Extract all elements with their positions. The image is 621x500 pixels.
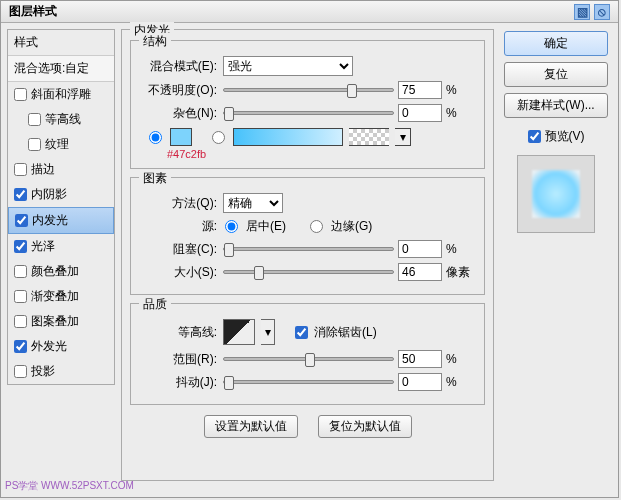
settings-panel: 内发光 结构 混合模式(E): 强光 不透明度(O): 75 % [121,29,494,491]
action-panel: 确定 复位 新建样式(W)... 预览(V) [500,29,612,491]
style-item-2[interactable]: 纹理 [8,132,114,157]
noise-input[interactable]: 0 [398,104,442,122]
style-item-0[interactable]: 斜面和浮雕 [8,82,114,107]
gradient-swatch[interactable] [233,128,343,146]
layer-style-dialog: 图层样式 ▧ ⦸ 样式 混合选项:自定 斜面和浮雕等高线纹理描边内阴影内发光光泽… [0,0,619,498]
style-checkbox[interactable] [14,188,27,201]
jitter-input[interactable]: 0 [398,373,442,391]
style-checkbox[interactable] [14,163,27,176]
style-item-9[interactable]: 图案叠加 [8,309,114,334]
choke-unit: % [446,242,476,256]
style-item-label: 光泽 [31,238,55,255]
choke-label: 阻塞(C): [139,241,217,258]
solid-color-radio[interactable] [149,131,162,144]
contour-dropdown-icon[interactable]: ▾ [261,319,275,345]
color-annotation: #47c2fb [167,148,476,160]
source-edge-radio[interactable] [310,220,323,233]
style-item-label: 外发光 [31,338,67,355]
size-label: 大小(S): [139,264,217,281]
minimize-icon[interactable]: ▧ [574,4,590,20]
style-checkbox[interactable] [14,290,27,303]
style-checkbox[interactable] [14,340,27,353]
style-checkbox[interactable] [14,315,27,328]
range-unit: % [446,352,476,366]
range-slider[interactable] [223,357,394,361]
preview-thumbnail [532,170,580,218]
style-item-3[interactable]: 描边 [8,157,114,182]
technique-select[interactable]: 精确 [223,193,283,213]
style-checkbox[interactable] [14,265,27,278]
reset-default-button[interactable]: 复位为默认值 [318,415,412,438]
styles-panel: 样式 混合选项:自定 斜面和浮雕等高线纹理描边内阴影内发光光泽颜色叠加渐变叠加图… [7,29,115,491]
choke-input[interactable]: 0 [398,240,442,258]
ok-button[interactable]: 确定 [504,31,608,56]
antialias-checkbox[interactable] [295,326,308,339]
color-swatch[interactable] [170,128,192,146]
source-center-radio[interactable] [225,220,238,233]
watermark: PS学堂 WWW.52PSXT.COM [5,479,134,493]
style-checkbox[interactable] [14,240,27,253]
gradient-radio[interactable] [212,131,225,144]
contour-label: 等高线: [139,324,217,341]
style-item-7[interactable]: 颜色叠加 [8,259,114,284]
style-item-1[interactable]: 等高线 [8,107,114,132]
style-checkbox[interactable] [14,88,27,101]
structure-title: 结构 [139,33,171,50]
new-style-button[interactable]: 新建样式(W)... [504,93,608,118]
range-label: 范围(R): [139,351,217,368]
style-item-5[interactable]: 内发光 [8,207,114,234]
source-edge-label: 边缘(G) [331,218,372,235]
preview-checkbox[interactable] [528,130,541,143]
size-input[interactable]: 46 [398,263,442,281]
style-item-label: 图案叠加 [31,313,79,330]
opacity-slider[interactable] [223,88,394,92]
titlebar[interactable]: 图层样式 ▧ ⦸ [1,1,618,23]
size-slider[interactable] [223,270,394,274]
size-unit: 像素 [446,264,476,281]
style-item-label: 斜面和浮雕 [31,86,91,103]
blend-mode-select[interactable]: 强光 [223,56,353,76]
cancel-button[interactable]: 复位 [504,62,608,87]
opacity-input[interactable]: 75 [398,81,442,99]
style-checkbox[interactable] [28,113,41,126]
opacity-unit: % [446,83,476,97]
style-checkbox[interactable] [14,365,27,378]
close-icon[interactable]: ⦸ [594,4,610,20]
style-item-label: 投影 [31,363,55,380]
style-item-11[interactable]: 投影 [8,359,114,384]
style-item-label: 纹理 [45,136,69,153]
contour-swatch[interactable] [223,319,255,345]
style-item-label: 内发光 [32,212,68,229]
noise-slider[interactable] [223,111,394,115]
noise-label: 杂色(N): [139,105,217,122]
noise-unit: % [446,106,476,120]
dialog-title: 图层样式 [9,3,57,20]
elements-title: 图素 [139,170,171,187]
choke-slider[interactable] [223,247,394,251]
style-item-6[interactable]: 光泽 [8,234,114,259]
style-item-label: 等高线 [45,111,81,128]
gradient-checker [349,128,389,146]
blend-mode-label: 混合模式(E): [139,58,217,75]
blending-options-row[interactable]: 混合选项:自定 [8,56,114,82]
jitter-label: 抖动(J): [139,374,217,391]
style-item-10[interactable]: 外发光 [8,334,114,359]
jitter-slider[interactable] [223,380,394,384]
technique-label: 方法(Q): [139,195,217,212]
style-item-label: 颜色叠加 [31,263,79,280]
style-item-label: 渐变叠加 [31,288,79,305]
antialias-label: 消除锯齿(L) [314,324,377,341]
preview-box [517,155,595,233]
source-center-label: 居中(E) [246,218,286,235]
make-default-button[interactable]: 设置为默认值 [204,415,298,438]
style-item-4[interactable]: 内阴影 [8,182,114,207]
source-label: 源: [139,218,217,235]
preview-label: 预览(V) [545,128,585,145]
style-item-8[interactable]: 渐变叠加 [8,284,114,309]
style-item-label: 内阴影 [31,186,67,203]
style-checkbox[interactable] [28,138,41,151]
range-input[interactable]: 50 [398,350,442,368]
styles-heading[interactable]: 样式 [8,30,114,56]
gradient-dropdown-icon[interactable]: ▾ [395,128,411,146]
style-checkbox[interactable] [15,214,28,227]
